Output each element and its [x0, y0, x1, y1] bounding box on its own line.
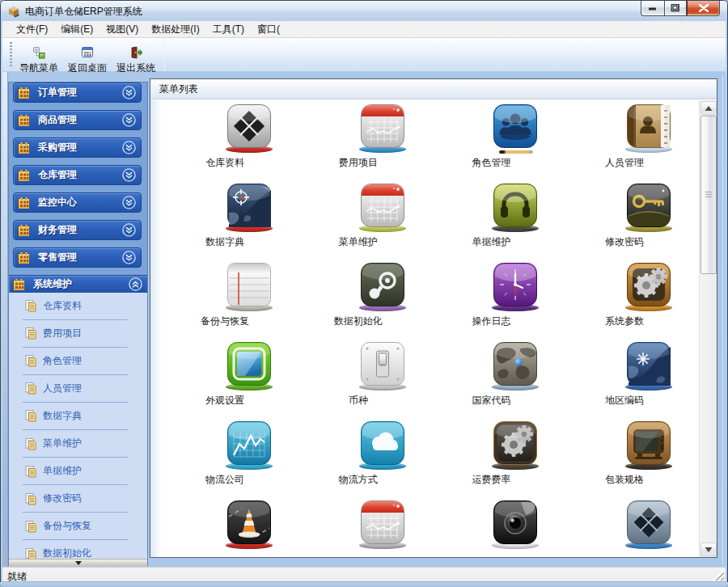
toolbar-button-2[interactable]: 返回桌面	[63, 40, 112, 72]
chevron-down-circle-icon[interactable]	[122, 113, 136, 127]
sidebar-scroll-strip[interactable]	[9, 559, 147, 566]
sidebar-group-5[interactable]: 监控中心	[13, 192, 142, 213]
tile-label: 数据初始化	[314, 315, 403, 328]
calendar-chart-app-icon[interactable]	[361, 104, 404, 148]
tile-label: 物流方式	[314, 473, 403, 487]
menu-item-2[interactable]: 编辑(E)	[54, 21, 99, 37]
light-switch-app-icon[interactable]	[361, 342, 404, 386]
exit-system-icon	[129, 46, 142, 59]
sidebar-group-label: 采购管理	[38, 141, 122, 154]
sidebar-group-6[interactable]: 财务管理	[13, 220, 142, 240]
main-panel: 菜单列表 仓库资料 费用项目	[150, 78, 717, 558]
sidebar-item-separator	[23, 539, 128, 540]
diamond-x-dark-app-icon[interactable]	[227, 104, 271, 148]
sidebar-group-label: 订单管理	[38, 86, 122, 99]
sidebar-group-2[interactable]: 商品管理	[13, 110, 142, 130]
sidebar-splitter[interactable]	[2, 72, 8, 567]
chevron-down-circle-icon[interactable]	[122, 251, 136, 264]
world-map-app-icon[interactable]	[493, 342, 537, 386]
group-calendar-icon	[17, 114, 31, 127]
calendar-chart-app-icon[interactable]	[361, 500, 404, 544]
menu-item-5[interactable]: 工具(T)	[206, 21, 251, 37]
cloud-teal-app-icon[interactable]	[361, 421, 404, 465]
chevron-down-circle-icon[interactable]	[122, 223, 136, 237]
maximize-button[interactable]	[664, 1, 687, 16]
tile-label: 修改密码	[580, 235, 669, 249]
menu-item-3[interactable]: 视图(V)	[99, 21, 145, 37]
map-dark-app-icon[interactable]	[227, 184, 271, 227]
tile-label: 费用项目	[314, 156, 403, 170]
document-pair-icon	[24, 492, 37, 505]
chevron-down-circle-icon[interactable]	[122, 86, 136, 99]
sidebar-item-3[interactable]: 角色管理	[9, 351, 147, 370]
sidebar-item-label: 人员管理	[43, 382, 82, 395]
sidebar-group-label: 系统维护	[33, 277, 129, 291]
close-button[interactable]	[687, 1, 720, 16]
headphones-app-icon[interactable]	[493, 184, 537, 227]
chevron-down-circle-icon[interactable]	[122, 168, 136, 182]
minimize-button[interactable]	[641, 1, 664, 16]
menu-item-6[interactable]: 窗口(	[251, 21, 286, 37]
scroll-thumb-grip	[705, 192, 712, 198]
clock-purple-app-icon[interactable]	[493, 263, 537, 306]
green-display-app-icon[interactable]	[227, 342, 271, 386]
menu-item-4[interactable]: 数据处理(I)	[145, 21, 205, 37]
return-desktop-icon	[81, 46, 94, 59]
key-dark-app-icon[interactable]	[627, 184, 671, 227]
sidebar-item-6[interactable]: 菜单维护	[9, 434, 147, 454]
diamond-x-slate-app-icon[interactable]	[627, 500, 671, 544]
title-bar[interactable]: 电商订单仓储ERP管理系统	[1, 1, 727, 21]
document-pair-icon	[24, 409, 37, 422]
chart-teal-app-icon[interactable]	[227, 421, 271, 465]
sidebar-item-5[interactable]: 数据字典	[9, 406, 147, 425]
window-controls	[641, 1, 720, 16]
toolbar-grip[interactable]	[10, 42, 12, 68]
gears-bronze-app-icon[interactable]	[627, 263, 671, 306]
document-pair-icon	[24, 520, 37, 533]
window-frame-highlight	[722, 74, 723, 564]
sidebar-item-9[interactable]: 备份与恢复	[9, 517, 147, 536]
sidebar-item-label: 仓库资料	[43, 299, 82, 313]
notebook-app-icon[interactable]	[227, 263, 271, 306]
sidebar-item-8[interactable]: 修改密码	[9, 489, 147, 509]
tv-retro-app-icon[interactable]	[627, 421, 671, 465]
tile-label: 国家代码	[447, 394, 535, 408]
tile-label: 地区编码	[580, 394, 669, 408]
steam-logo-app-icon[interactable]	[361, 263, 404, 306]
sidebar-group-3[interactable]: 采购管理	[13, 137, 142, 158]
vertical-scrollbar[interactable]	[699, 100, 717, 557]
sidebar-group-7[interactable]: 零售管理	[13, 247, 142, 268]
scroll-thumb[interactable]	[700, 116, 717, 274]
group-calendar-icon	[17, 251, 31, 264]
sidebar-item-label: 数据字典	[43, 409, 82, 423]
sidebar-group-8[interactable]: 系统维护	[9, 275, 147, 294]
sidebar-item-7[interactable]: 单据维护	[9, 462, 147, 481]
sidebar-group-1[interactable]: 订单管理	[13, 82, 142, 103]
menu-bar: 文件(F)编辑(E)视图(V)数据处理(I)工具(T)窗口(	[2, 21, 726, 38]
sidebar-group-4[interactable]: 仓库管理	[13, 165, 142, 185]
chevron-down-circle-icon[interactable]	[122, 196, 136, 209]
scroll-up-button[interactable]	[700, 101, 717, 115]
tile-label: 仓库资料	[180, 156, 269, 170]
scroll-down-button[interactable]	[700, 543, 717, 556]
calendar-chart-app-icon[interactable]	[361, 184, 404, 227]
people-group-app-icon[interactable]	[493, 104, 537, 148]
tile-label: 备份与恢复	[180, 315, 269, 328]
tile-label: 操作日志	[447, 315, 535, 328]
group-calendar-icon	[12, 278, 26, 291]
resize-grip[interactable]	[710, 567, 724, 581]
toolbar-button-3[interactable]: 退出系统	[112, 40, 160, 72]
address-book-app-icon[interactable]	[627, 104, 671, 148]
sidebar-item-1[interactable]: 仓库资料	[9, 296, 147, 315]
camera-lens-app-icon[interactable]	[493, 500, 537, 544]
sidebar-item-4[interactable]: 人员管理	[9, 378, 147, 398]
toolbar-button-1[interactable]: 导航菜单	[15, 40, 63, 72]
menu-item-1[interactable]: 文件(F)	[10, 21, 54, 37]
gears-dark-app-icon[interactable]	[493, 421, 537, 465]
vlc-cone-app-icon[interactable]	[227, 500, 271, 544]
sidebar-item-2[interactable]: 费用项目	[9, 323, 147, 343]
map-star-blue-app-icon[interactable]	[627, 342, 671, 386]
panel-edge-glow	[150, 100, 162, 557]
chevron-up-circle-icon[interactable]	[129, 277, 142, 291]
chevron-down-circle-icon[interactable]	[122, 141, 136, 154]
